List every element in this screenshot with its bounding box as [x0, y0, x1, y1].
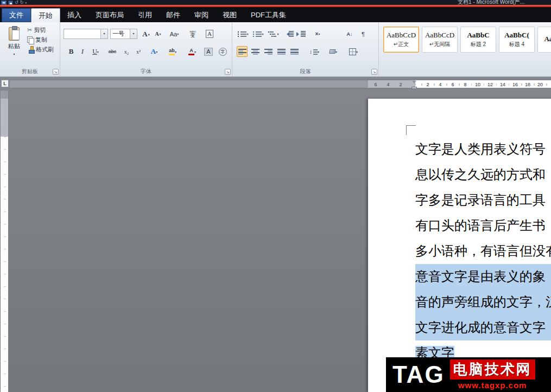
text-line-selected[interactable]: 音的声旁组成的文字，汉 [415, 290, 551, 315]
text-line[interactable]: 多小语种，有语言但没有 [415, 239, 551, 264]
superscript-button[interactable]: x² [133, 46, 144, 57]
text-line-selected[interactable]: 意音文字是由表义的象 [415, 264, 551, 290]
distribute-icon [290, 49, 299, 55]
clipboard-dialog-launcher[interactable]: ↘ [53, 69, 59, 75]
document-text[interactable]: 文字是人类用表义符号 息以传之久远的方式和 字多是记录语言的工具 有口头的语言后… [415, 137, 551, 366]
paste-clipboard-icon [9, 27, 20, 41]
align-right-button[interactable] [263, 46, 274, 57]
undo-icon[interactable]: ↺ [15, 1, 18, 5]
tab-view[interactable]: 视图 [216, 8, 244, 22]
enclose-character-button[interactable]: 字 [217, 46, 229, 57]
style-card-heading2[interactable]: AaBbC 标题 2 [460, 27, 496, 53]
shrink-font-glyph: A [155, 31, 159, 37]
style-sample: AaBbCcD [425, 31, 454, 40]
bold-button[interactable]: B [66, 46, 77, 57]
text-line[interactable]: 息以传之久远的方式和 [415, 162, 551, 188]
style-card-normal[interactable]: AaBbCcD ↵正文 [383, 27, 419, 53]
decrease-indent-button[interactable] [283, 29, 294, 39]
increase-indent-button[interactable] [295, 29, 306, 39]
line-spacing-lines-icon [313, 49, 318, 55]
tab-pdf-tools[interactable]: PDF工具集 [244, 8, 293, 22]
window-title: 文档1 - Microsoft Word(产... [458, 0, 524, 5]
shrink-font-button[interactable]: A ▾ [153, 29, 163, 39]
ruler-number: 16 [512, 81, 518, 88]
scissors-icon: ✂ [27, 27, 32, 34]
tab-page-layout[interactable]: 页面布局 [88, 8, 131, 22]
cut-button[interactable]: ✂ 剪切 [27, 25, 60, 34]
word-logo-icon[interactable]: W [1, 1, 7, 5]
left-indent-marker[interactable] [411, 87, 417, 89]
shading-button[interactable]: ▾ [326, 46, 341, 57]
asian-layout-caret-icon: ▾ [318, 32, 320, 36]
tab-references[interactable]: 引用 [131, 8, 159, 22]
phonetic-guide-button[interactable]: wén 变 [186, 29, 199, 39]
ruler-number: 18 [525, 81, 530, 88]
tab-mailings[interactable]: 邮件 [159, 8, 187, 22]
document-page[interactable]: 文字是人类用表义符号 息以传之久远的方式和 字多是记录语言的工具 有口头的语言后… [368, 99, 551, 392]
strikethrough-button[interactable]: abc [106, 46, 119, 57]
paste-button[interactable]: 粘贴 ▾ [2, 24, 26, 67]
character-border-button[interactable]: A [204, 29, 216, 39]
subscript-button[interactable]: x₂ [121, 46, 132, 57]
bullets-button[interactable]: ▾ [237, 29, 250, 39]
word-window: W ↺ ↻ ▾ 文档1 - Microsoft Word(产... 文件 开始 … [0, 0, 551, 392]
sort-button[interactable]: A↓ [344, 29, 355, 39]
text-line[interactable]: 有口头的语言后产生书 [415, 213, 551, 239]
enclose-character-glyph: 字 [219, 48, 227, 56]
margin-corner-mark [406, 125, 416, 135]
font-size-combo[interactable]: 一号 ▾ [110, 29, 137, 39]
numbering-button[interactable]: ▾ [252, 29, 265, 39]
style-sample: AaBbC [544, 35, 551, 43]
qat-customize-caret-icon[interactable]: ▾ [25, 1, 27, 4]
text-line[interactable]: 字多是记录语言的工具 [415, 188, 551, 213]
vertical-ruler-text-zone [1, 137, 8, 392]
quick-access-toolbar: W ↺ ↻ ▾ [1, 0, 27, 5]
character-shading-button[interactable]: A [202, 46, 214, 57]
change-case-button[interactable]: Aa ▾ [167, 29, 182, 39]
tab-home[interactable]: 开始 [31, 8, 60, 22]
save-icon[interactable] [8, 1, 13, 5]
style-card-clipped[interactable]: AaBbC [537, 27, 551, 53]
format-painter-button[interactable]: 格式刷 [27, 45, 60, 54]
line-spacing-button[interactable]: ↕ ▾ [306, 46, 322, 57]
grow-font-button[interactable]: A ▴ [141, 29, 151, 39]
align-left-button[interactable] [237, 46, 248, 57]
tab-review[interactable]: 审阅 [187, 8, 216, 22]
text-effects-button[interactable]: A ▾ [147, 46, 161, 57]
tab-file[interactable]: 文件 [2, 8, 31, 22]
copy-button[interactable]: 复制 [27, 35, 60, 44]
paragraph-dialog-launcher[interactable]: ↘ [371, 69, 377, 75]
show-marks-button[interactable]: ¶ [358, 29, 368, 39]
style-sample: AaBbC [467, 31, 489, 40]
italic-button[interactable]: I [78, 46, 87, 57]
multilevel-list-button[interactable]: ▾ [267, 29, 280, 39]
font-color-button[interactable]: A ▾ [184, 46, 200, 57]
highlight-glyph: ab [169, 48, 175, 53]
align-center-icon [251, 49, 259, 55]
font-size-caret-icon[interactable]: ▾ [130, 29, 137, 38]
text-highlight-button[interactable]: ab ▾ [164, 46, 181, 57]
increase-indent-icon [296, 31, 306, 37]
font-dialog-launcher[interactable]: ↘ [225, 69, 231, 75]
align-center-button[interactable] [250, 46, 261, 57]
numbering-icon [253, 31, 262, 37]
underline-button[interactable]: U ▾ [88, 46, 103, 57]
character-shading-glyph: A [204, 48, 212, 56]
font-size-value: 一号 [111, 29, 130, 38]
tab-stop-selector[interactable]: L [1, 80, 9, 87]
style-card-no-spacing[interactable]: AaBbCcD ↵无间隔 [422, 27, 458, 53]
distribute-button[interactable] [289, 46, 300, 57]
font-group-label: 字体 [60, 68, 232, 75]
text-line-selected[interactable]: 文字进化成的意音文字 [415, 315, 551, 340]
borders-button[interactable]: ▾ [345, 46, 362, 57]
font-name-combo[interactable]: ▾ [64, 29, 108, 39]
style-card-heading4[interactable]: AaBbC( 标题 4 [499, 27, 535, 53]
font-name-caret-icon[interactable]: ▾ [100, 29, 107, 38]
justify-button[interactable] [276, 46, 287, 57]
asian-layout-button[interactable]: × ▾ [311, 29, 325, 39]
redo-icon[interactable]: ↻ [20, 1, 24, 5]
vertical-ruler-margin-zone [1, 99, 8, 137]
text-line[interactable]: 文字是人类用表义符号 [415, 137, 551, 162]
underline-glyph: U [92, 48, 97, 56]
tab-insert[interactable]: 插入 [60, 8, 88, 22]
